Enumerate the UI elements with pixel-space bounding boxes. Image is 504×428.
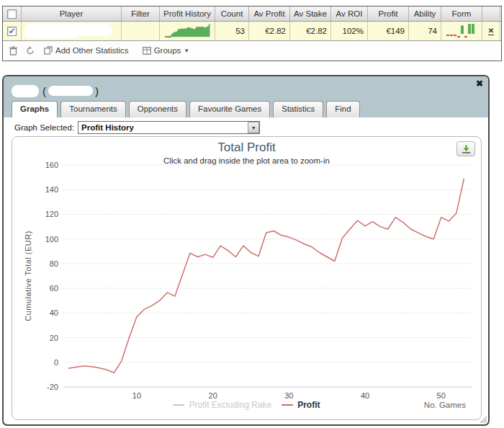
title-open-paren: ( <box>42 85 46 97</box>
form-bar-win <box>468 24 471 34</box>
column-header-ability[interactable]: Ability <box>409 6 441 21</box>
dialog-title: ( ) <box>12 83 99 99</box>
redacted-title-id <box>48 86 93 96</box>
column-header-filter[interactable]: Filter <box>122 6 160 21</box>
dialog-header: ( ) ✖ GraphsTournamentsOpponentsFavourit… <box>4 76 488 117</box>
column-header-av-stake[interactable]: Av Stake <box>290 6 331 21</box>
chart-legend: Profit Excluding Rake Profit <box>12 400 481 410</box>
form-bar-win <box>461 26 464 35</box>
sparkline-area <box>165 24 210 37</box>
graph-select-value: Profit History <box>78 123 248 132</box>
legend-dash-red <box>282 404 293 406</box>
redacted-title-name <box>12 85 39 97</box>
player-name-cell[interactable] <box>22 22 122 40</box>
table-header-row: PlayerFilterProfit HistoryCountAv Profit… <box>3 6 501 22</box>
form-cell <box>441 22 482 40</box>
x-tick-label: 10 <box>132 391 141 400</box>
filter-cell[interactable] <box>122 22 160 40</box>
y-tick-label: 100 <box>45 235 58 244</box>
column-header-profit[interactable]: Profit <box>368 6 409 21</box>
form-bar-loss <box>457 36 460 37</box>
profit-chart-svg[interactable]: -200204060801001201401601020304050Cumula… <box>12 137 482 421</box>
av-roi-cell: 102% <box>331 22 368 40</box>
y-axis-title: Cumulative Total (EUR) <box>24 231 32 321</box>
copy-icon <box>44 46 53 55</box>
y-tick-label: 120 <box>45 210 58 218</box>
legend-label: Profit Excluding Rake <box>189 400 271 410</box>
x-tick-label: 50 <box>437 391 446 400</box>
refresh-button[interactable] <box>26 46 35 55</box>
resize-grip[interactable] <box>480 416 487 423</box>
groups-grid-icon <box>143 47 151 55</box>
remove-row-cell[interactable]: ✕ <box>482 22 500 40</box>
chevron-down-icon: ▼ <box>184 48 189 54</box>
select-all-checkbox[interactable] <box>7 9 17 19</box>
refresh-icon <box>26 46 35 55</box>
column-header-av-profit[interactable]: Av Profit <box>249 6 290 21</box>
legend-item-profit-excluding-rake[interactable]: Profit Excluding Rake <box>173 400 271 410</box>
form-bar-loss <box>464 36 467 37</box>
column-header-av-roi[interactable]: Av ROI <box>331 6 368 21</box>
redacted-player-name-2 <box>24 32 76 38</box>
form-bar-win <box>472 24 474 34</box>
y-tick-label: 20 <box>50 334 58 342</box>
y-tick-label: 60 <box>50 284 58 293</box>
x-tick-label: 30 <box>284 391 293 400</box>
y-tick-label: 80 <box>50 259 58 268</box>
chevron-down-icon: ▼ <box>251 125 256 130</box>
add-other-statistics-label: Add Other Statistics <box>55 46 129 55</box>
dialog-tabs: GraphsTournamentsOpponentsFavourite Game… <box>12 101 360 117</box>
tab-favourite-games[interactable]: Favourite Games <box>189 101 270 117</box>
y-tick-label: 160 <box>45 161 58 169</box>
add-other-statistics-button[interactable]: Add Other Statistics <box>44 46 129 55</box>
title-close-paren: ) <box>95 85 99 97</box>
x-tick-label: 40 <box>361 391 369 400</box>
groups-dropdown-button[interactable]: Groups ▼ <box>143 46 190 55</box>
column-header-form[interactable]: Form <box>441 6 482 21</box>
delete-button[interactable] <box>9 46 17 55</box>
y-tick-label: 40 <box>50 308 58 317</box>
column-header-profit-history[interactable]: Profit History <box>160 6 215 21</box>
select-all-header-cell[interactable] <box>3 6 22 21</box>
tab-opponents[interactable]: Opponents <box>129 101 186 117</box>
y-tick-label: 140 <box>45 185 58 194</box>
tab-statistics[interactable]: Statistics <box>273 101 323 117</box>
row-select-cell[interactable]: ✔ <box>3 22 22 40</box>
form-bar-loss <box>446 35 449 36</box>
trash-icon <box>9 46 17 55</box>
form-mini-bar-chart <box>445 23 478 39</box>
legend-dash-gray <box>173 404 184 406</box>
graph-select-dropdown[interactable]: Profit History ▼ <box>78 121 260 134</box>
column-header-player[interactable]: Player <box>22 6 122 21</box>
av-profit-cell: €2.82 <box>249 22 290 40</box>
graph-select-arrow-button[interactable]: ▼ <box>248 122 259 133</box>
tab-find[interactable]: Find <box>326 101 359 117</box>
remove-row-icon[interactable]: ✕ <box>488 27 494 35</box>
row-checkbox-checked[interactable]: ✔ <box>7 27 17 36</box>
form-bar-loss <box>454 35 456 36</box>
graph-selected-label: Graph Selected: <box>14 123 74 132</box>
y-tick-label: -20 <box>47 383 58 391</box>
legend-item-profit[interactable]: Profit <box>282 400 320 410</box>
column-header-count[interactable]: Count <box>215 6 249 21</box>
player-stats-table: PlayerFilterProfit HistoryCountAv Profit… <box>2 6 502 61</box>
y-tick-label: 0 <box>54 358 58 367</box>
column-header-blank[interactable] <box>482 6 500 21</box>
total-profit-chart-panel: Total Profit Click and drag inside the p… <box>12 136 482 420</box>
axis-tick-labels: -200204060801001201401601020304050 <box>45 161 446 400</box>
legend-label: Profit <box>297 400 320 410</box>
table-toolbar: Add Other Statistics Groups ▼ <box>3 41 501 60</box>
profit-sparkline-chart <box>163 22 212 40</box>
tab-graphs[interactable]: Graphs <box>12 101 58 117</box>
x-axis-title: No. Games <box>424 401 466 409</box>
table-row: ✔ 53 €2.82 €2.82 102% €149 74 ✕ <box>3 22 501 41</box>
tab-tournaments[interactable]: Tournaments <box>60 101 125 117</box>
gridlines <box>63 165 472 362</box>
form-bar-loss <box>450 35 453 36</box>
profit-line-series <box>68 179 464 373</box>
dialog-close-icon[interactable]: ✖ <box>476 79 483 89</box>
ability-cell: 74 <box>409 22 441 40</box>
av-stake-cell: €2.82 <box>290 22 331 40</box>
profit-history-cell[interactable] <box>160 22 215 40</box>
x-tick-label: 20 <box>209 391 217 400</box>
